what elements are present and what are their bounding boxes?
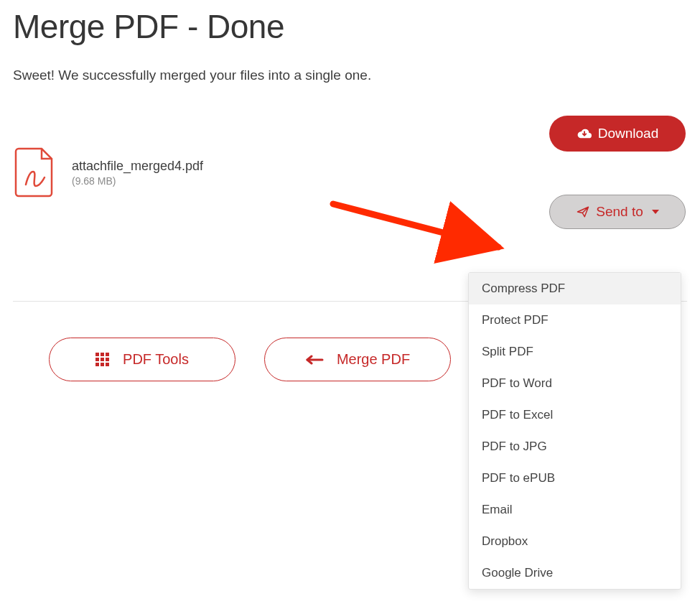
dropdown-item-compress-pdf[interactable]: Compress PDF [469, 273, 681, 304]
chevron-down-icon [652, 210, 659, 214]
dropdown-item-pdf-to-jpg[interactable]: PDF to JPG [469, 431, 681, 462]
send-to-label: Send to [596, 204, 643, 220]
download-button[interactable]: Download [549, 116, 686, 152]
dropdown-item-split-pdf[interactable]: Split PDF [469, 336, 681, 368]
svg-rect-5 [106, 358, 109, 361]
dropdown-item-dropbox[interactable]: Dropbox [469, 526, 681, 557]
page-title: Merge PDF - Done [13, 7, 687, 46]
cloud-download-icon [577, 126, 592, 141]
dropdown-item-protect-pdf[interactable]: Protect PDF [469, 304, 681, 336]
svg-rect-8 [106, 363, 109, 366]
dropdown-item-google-drive[interactable]: Google Drive [469, 557, 681, 589]
svg-rect-2 [106, 353, 109, 356]
file-row: attachfile_merged4.pdf (9.68 MB) Downloa… [13, 116, 687, 229]
file-size: (9.68 MB) [72, 175, 203, 187]
svg-rect-4 [101, 358, 104, 361]
pdf-tools-label: PDF Tools [123, 351, 189, 368]
grid-icon [95, 353, 110, 367]
svg-rect-0 [95, 353, 99, 356]
svg-rect-6 [95, 363, 99, 366]
paper-plane-icon [576, 205, 590, 218]
dropdown-item-pdf-to-excel[interactable]: PDF to Excel [469, 399, 681, 431]
send-to-button[interactable]: Send to [549, 195, 686, 229]
pdf-file-icon [14, 147, 55, 197]
send-to-dropdown: Compress PDF Protect PDF Split PDF PDF t… [468, 272, 681, 590]
dropdown-item-pdf-to-word[interactable]: PDF to Word [469, 368, 681, 399]
dropdown-item-email[interactable]: Email [469, 494, 681, 526]
svg-rect-1 [101, 353, 104, 356]
svg-rect-3 [95, 358, 99, 361]
file-info: attachfile_merged4.pdf (9.68 MB) [14, 147, 203, 197]
dropdown-item-pdf-to-epub[interactable]: PDF to ePUB [469, 462, 681, 494]
arrow-left-icon [305, 355, 324, 365]
pdf-tools-button[interactable]: PDF Tools [49, 338, 235, 381]
merge-pdf-button[interactable]: Merge PDF [264, 338, 451, 381]
svg-rect-7 [101, 363, 104, 366]
merge-pdf-label: Merge PDF [337, 351, 410, 368]
download-label: Download [598, 126, 659, 141]
file-name: attachfile_merged4.pdf [72, 159, 203, 174]
page-subtitle: Sweet! We successfully merged your files… [13, 68, 687, 83]
